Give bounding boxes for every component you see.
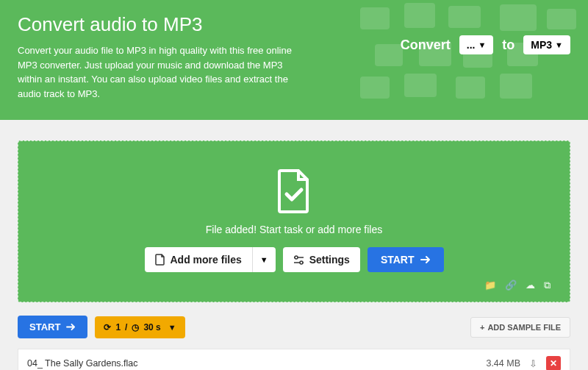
repeat-settings-button[interactable]: ⟳ 1 / ◷ 30 s ▼ [95, 316, 184, 338]
start-label: START [29, 321, 60, 332]
chevron-down-icon: ▼ [260, 255, 268, 264]
settings-label: Settings [309, 254, 350, 266]
start-button-secondary[interactable]: START [18, 316, 87, 338]
add-sample-file-button[interactable]: + ADD SAMPLE FILE [470, 317, 570, 338]
cloud-icon[interactable]: ☁ [526, 280, 535, 291]
file-size: 3.44 MB [486, 358, 520, 369]
repeat-icon: ⟳ [104, 322, 111, 332]
file-row: 04_ The Sally Gardens.flac 3.44 MB ⇩ ✕ [18, 349, 570, 370]
svg-point-16 [300, 261, 303, 264]
file-check-icon [276, 169, 312, 213]
file-plus-icon [155, 254, 165, 266]
start-label: START [381, 254, 415, 266]
chevron-down-icon: ▼ [555, 40, 563, 49]
action-row: START ⟳ 1 / ◷ 30 s ▼ + ADD SAMPLE FILE [18, 316, 570, 338]
arrow-right-icon [420, 255, 431, 264]
format-selector-bar: Convert ... ▼ to MP3 ▼ [401, 35, 570, 54]
hero: Convert audio to MP3 Convert your audio … [0, 0, 588, 120]
remove-file-button[interactable]: ✕ [546, 356, 561, 370]
chevron-down-icon: ▼ [168, 323, 176, 332]
page-title: Convert audio to MP3 [18, 13, 379, 36]
separator: / [125, 322, 127, 332]
page-description: Convert your audio file to MP3 in high q… [18, 43, 297, 101]
start-button[interactable]: START [368, 247, 444, 272]
add-more-files-dropdown[interactable]: ▼ [252, 247, 276, 272]
file-list: 04_ The Sally Gardens.flac 3.44 MB ⇩ ✕ A… [18, 349, 570, 370]
source-icons-row: 📁 🔗 ☁ ⧉ [33, 280, 555, 294]
download-icon[interactable]: ⇩ [529, 358, 537, 369]
file-name: 04_ The Sally Gardens.flac [27, 358, 486, 369]
add-sample-label: ADD SAMPLE FILE [487, 323, 561, 332]
from-format-select[interactable]: ... ▼ [459, 35, 494, 54]
folder-icon[interactable]: 📁 [484, 280, 496, 291]
add-more-files-button[interactable]: Add more files [145, 247, 252, 272]
link-icon[interactable]: 🔗 [505, 280, 517, 291]
to-format-value: MP3 [531, 39, 552, 51]
settings-button[interactable]: Settings [283, 247, 360, 272]
clock-icon: ◷ [132, 322, 139, 332]
convert-label: Convert [401, 38, 451, 53]
from-format-value: ... [467, 39, 476, 51]
chevron-down-icon: ▼ [478, 40, 486, 49]
add-more-files-label: Add more files [171, 254, 242, 266]
sliders-icon [293, 255, 304, 266]
svg-point-13 [295, 256, 298, 259]
repeat-time: 30 s [143, 322, 160, 332]
to-label: to [502, 38, 514, 53]
upload-dropzone[interactable]: File added! Start task or add more files… [18, 140, 570, 302]
arrow-right-icon [66, 323, 76, 331]
to-format-select[interactable]: MP3 ▼ [523, 35, 570, 54]
repeat-count: 1 [115, 322, 121, 332]
dropbox-icon[interactable]: ⧉ [544, 280, 551, 291]
dropzone-message: File added! Start task or add more files [33, 224, 555, 235]
plus-icon: + [480, 323, 484, 332]
